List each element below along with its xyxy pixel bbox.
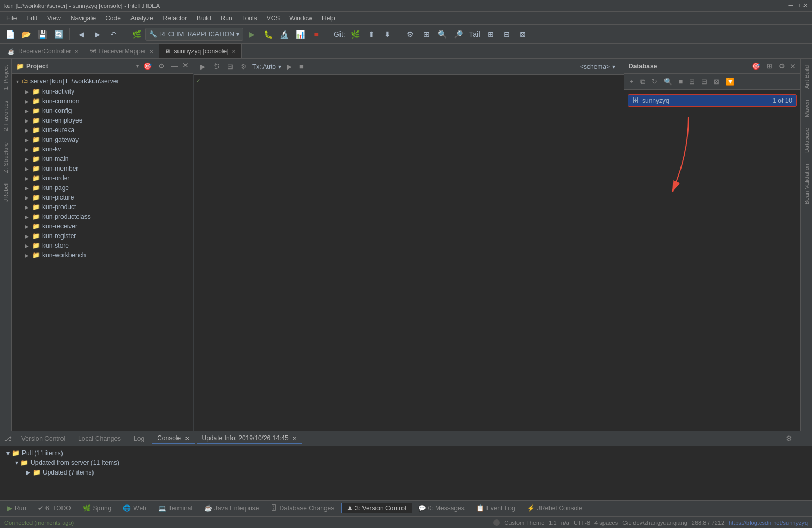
sidebar-tab-structure[interactable]: Z: Structure — [1, 138, 11, 177]
coverage-btn[interactable]: 🔬 — [277, 27, 291, 41]
window-controls[interactable]: ─ □ ✕ — [789, 2, 808, 9]
open-btn[interactable]: 📂 — [19, 27, 33, 41]
menu-run[interactable]: Run — [216, 13, 237, 23]
menu-refactor[interactable]: Refactor — [159, 13, 191, 23]
tab-update-info[interactable]: Update Info: 2019/10/26 14:45 ✕ — [197, 433, 302, 444]
tree-item-kun-store[interactable]: ▶ 📁 kun-store — [12, 241, 193, 250]
tab-close-icon[interactable]: ✕ — [149, 49, 153, 55]
tree-item-kun-config[interactable]: ▶ 📁 kun-config — [12, 106, 193, 116]
db-panel-settings-btn[interactable]: ⚙ — [777, 61, 787, 71]
tab-version-control[interactable]: Version Control — [16, 434, 71, 443]
tab-console[interactable]: Console ✕ — [152, 433, 194, 444]
menu-help[interactable]: Help — [318, 13, 339, 23]
tree-item-kun-kv[interactable]: ▶ 📁 kun-kv — [12, 144, 193, 154]
profile-btn[interactable]: 📊 — [293, 27, 307, 41]
db-refresh-btn[interactable]: ↻ — [649, 76, 660, 87]
run-tab-version-control[interactable]: ♟ 3: Version Control — [341, 503, 411, 513]
extra-btn1[interactable]: ⊟ — [500, 27, 514, 41]
db-expand-btn[interactable]: ⊞ — [764, 61, 775, 71]
tab-local-changes[interactable]: Local Changes — [73, 434, 126, 443]
tree-item-kun-workbench[interactable]: ▶ 📁 kun-workbench — [12, 250, 193, 260]
tree-item-kun-employee[interactable]: ▶ 📁 kun-employee — [12, 116, 193, 125]
menu-vcs[interactable]: VCS — [262, 13, 284, 23]
run-console-btn[interactable]: ▶ — [284, 62, 294, 72]
url-status[interactable]: https://blog.csdn.net/sunnyzyq — [729, 519, 808, 526]
columns-btn[interactable]: ⊞ — [484, 27, 498, 41]
tree-item-kun-picture[interactable]: ▶ 📁 kun-picture — [12, 193, 193, 202]
bottom-panel-settings[interactable]: ⚙ — [784, 433, 794, 443]
menu-build[interactable]: Build — [192, 13, 215, 23]
save-btn[interactable]: 💾 — [35, 27, 49, 41]
maximize-btn[interactable]: □ — [796, 2, 800, 9]
menu-analyze[interactable]: Analyze — [126, 13, 158, 23]
tab-close-icon[interactable]: ✕ — [231, 49, 236, 55]
git-branch-btn[interactable]: 🌿 — [349, 27, 362, 41]
position-status[interactable]: 1:1 — [548, 519, 556, 526]
db-copy-btn[interactable]: ⧉ — [638, 76, 647, 87]
panel-collapse-btn[interactable]: — — [169, 61, 180, 71]
forward-btn[interactable]: ▶ — [90, 27, 104, 41]
run-tab-java-enterprise[interactable]: ☕ Java Enterprise — [199, 503, 264, 513]
encoding-status[interactable]: UTF-8 — [574, 519, 590, 526]
tree-item-kun-member[interactable]: ▶ 📁 kun-member — [12, 164, 193, 173]
project-root[interactable]: ▾ 🗂 server [kun] E:\work\kun\server — [12, 76, 193, 87]
sidebar-tab-favorites[interactable]: 2: Favorites — [1, 96, 11, 135]
undo-btn[interactable]: ↶ — [106, 27, 120, 41]
git-fetch-btn[interactable]: Git: — [332, 27, 346, 41]
sidebar-tab-jrebel[interactable]: JRebel — [1, 179, 11, 206]
menu-file[interactable]: File — [2, 13, 21, 23]
run-tab-spring[interactable]: 🌿 Spring — [78, 503, 117, 513]
play-btn[interactable]: ▶ — [198, 62, 207, 72]
new-file-btn[interactable]: 📄 — [3, 27, 17, 41]
tab-receiver-mapper[interactable]: 🗺 ReceiverMapper ✕ — [84, 44, 159, 58]
console-tab-close[interactable]: ✕ — [185, 435, 189, 441]
stop-btn[interactable]: ■ — [310, 27, 323, 41]
theme-status[interactable]: Custom Theme — [493, 519, 544, 526]
run-tab-jrebel-console[interactable]: ⚡ JRebel Console — [522, 503, 588, 513]
right-tab-maven[interactable]: Maven — [802, 95, 811, 121]
db-table-btn[interactable]: ⊞ — [687, 76, 697, 87]
db-filter-btn[interactable]: 🔽 — [724, 76, 737, 87]
history-btn[interactable]: ⏱ — [211, 62, 222, 72]
right-tab-database[interactable]: Database — [802, 124, 811, 157]
menu-navigate[interactable]: Navigate — [66, 13, 100, 23]
run-tab-terminal[interactable]: 💻 Terminal — [153, 503, 198, 513]
console-content[interactable]: ✓ — [194, 75, 624, 431]
db-extra2-btn[interactable]: ⊠ — [712, 76, 722, 87]
run-btn[interactable]: ▶ — [245, 27, 259, 41]
layout-btn[interactable]: ⊞ — [420, 27, 434, 41]
run-tab-run[interactable]: ▶ Run — [2, 503, 32, 513]
right-tab-ant[interactable]: Ant Build — [802, 61, 811, 93]
tree-item-kun-eureka[interactable]: ▶ 📁 kun-eureka — [12, 125, 193, 135]
tab-close-icon[interactable]: ✕ — [74, 49, 79, 55]
indent-status[interactable]: 4 spaces — [594, 519, 618, 526]
run-tab-web[interactable]: 🌐 Web — [118, 503, 151, 513]
tree-item-kun-register[interactable]: ▶ 📁 kun-register — [12, 231, 193, 241]
run-tab-messages[interactable]: 💬 0: Messages — [413, 503, 470, 513]
project-panel-close[interactable]: ✕ — [182, 61, 189, 71]
menu-edit[interactable]: Edit — [22, 13, 42, 23]
tree-item-kun-productclass[interactable]: ▶ 📁 kun-productclass — [12, 212, 193, 221]
db-locate-btn[interactable]: 🎯 — [749, 61, 762, 71]
menu-code[interactable]: Code — [101, 13, 125, 23]
sidebar-tab-project[interactable]: 1: Project — [1, 61, 11, 94]
menu-view[interactable]: View — [43, 13, 65, 23]
tree-item-kun-gateway[interactable]: ▶ 📁 kun-gateway — [12, 135, 193, 144]
tree-item-kun-order[interactable]: ▶ 📁 kun-order — [12, 173, 193, 183]
run-tab-todo[interactable]: ✔ 6: TODO — [33, 503, 76, 513]
tree-item-kun-main[interactable]: ▶ 📁 kun-main — [12, 154, 193, 164]
db-stop-btn[interactable]: ■ — [677, 76, 685, 87]
run-tab-db-changes[interactable]: 🗄 Database Changes — [265, 503, 339, 513]
run-tab-event-log[interactable]: 📋 Event Log — [471, 503, 521, 513]
update-info-tab-close[interactable]: ✕ — [292, 435, 297, 441]
settings-btn[interactable]: ⚙ — [404, 27, 417, 41]
console-settings-btn[interactable]: ⚙ — [238, 62, 249, 72]
tree-item-kun-common[interactable]: ▶ 📁 kun-common — [12, 96, 193, 106]
tab-log[interactable]: Log — [128, 434, 150, 443]
stop-console-btn[interactable]: ■ — [297, 62, 306, 72]
locate-btn[interactable]: 🎯 — [141, 61, 154, 71]
tree-item-kun-receiver[interactable]: ▶ 📁 kun-receiver — [12, 221, 193, 231]
schema-selector[interactable]: <schema> ▾ — [576, 63, 620, 71]
git-icon[interactable]: 🌿 — [129, 27, 143, 41]
panel-settings-btn[interactable]: ⚙ — [156, 61, 167, 71]
